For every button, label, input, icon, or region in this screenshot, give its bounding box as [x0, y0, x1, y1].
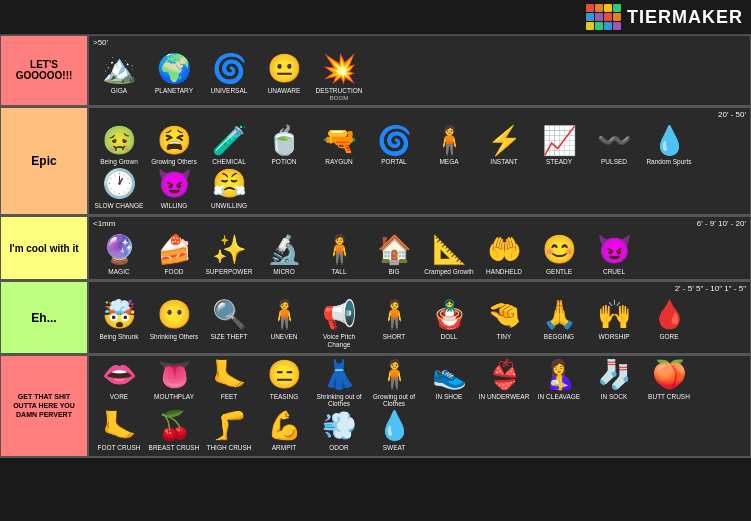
tier-content-c: 2' - 5' 5" - 10" 1" - 5" 🤯 Being Shrunk … [88, 281, 751, 353]
list-item: 😑 TEASING [258, 360, 310, 401]
list-item: 📢 Voice Pitch Change [313, 300, 365, 348]
range-b-top: <1mm [93, 219, 115, 228]
items-b: 🔮 MAGIC 🍰 FOOD ✨ SUPERPOWER 🔬 MICRO [93, 235, 746, 276]
list-item: 🪆 DOLL [423, 300, 475, 341]
list-item: 🧍 Growing out of Clothes [368, 360, 420, 408]
list-item: 👅 MOUTHPLAY [148, 360, 200, 401]
list-item: 😤 UNWILLING [203, 169, 255, 210]
list-item: 👙 IN UNDERWEAR [478, 360, 530, 401]
list-item: 🩸 GORE [643, 300, 695, 341]
tier-content-d: 👄 VORE 👅 MOUTHPLAY 🦶 FEET 😑 TEASING [88, 355, 751, 457]
list-item: 🏠 BIG [368, 235, 420, 276]
tier-row-a: Epic 20' - 50' 🤢 Being Grown 😫 Growing O… [0, 107, 751, 216]
tier-row-c: Eh... 2' - 5' 5" - 10" 1" - 5" 🤯 Being S… [0, 281, 751, 354]
list-item: 🧦 IN SOCK [588, 360, 640, 401]
list-item: 😈 CRUEL [588, 235, 640, 276]
list-item: 💧 SWEAT [368, 411, 420, 452]
list-item: 🧍 SHORT [368, 300, 420, 341]
list-item: 〰️ PULSED [588, 126, 640, 167]
list-item: 🌀 PORTAL [368, 126, 420, 167]
list-item: 🍑 BUTT CRUSH [643, 360, 695, 401]
list-item: 🔮 MAGIC [93, 235, 145, 276]
list-item: 😐 UNAWARE [258, 54, 310, 95]
logo-text: TiERMAKER [627, 7, 743, 28]
range-s: >50' [93, 38, 108, 47]
list-item: 🤯 Being Shrunk [93, 300, 145, 341]
list-item: 😊 GENTLE [533, 235, 585, 276]
tiermaker-logo: TiERMAKER [586, 4, 743, 30]
list-item: 🌀 UNIVERSAL [203, 54, 255, 95]
tier-label-s: LET'S GOOOOO!!! [0, 35, 88, 106]
list-item: 🤢 Being Grown [93, 126, 145, 167]
tier-content-a: 20' - 50' 🤢 Being Grown 😫 Growing Others… [88, 107, 751, 215]
list-item: 🤱 IN CLEAVAGE [533, 360, 585, 401]
list-item: 🙏 BEGGING [533, 300, 585, 341]
list-item: 💨 ODOR [313, 411, 365, 452]
tier-row-s: LET'S GOOOOO!!! >50' 🏔️ GIGA 🌍 PLANETARY… [0, 35, 751, 107]
list-item: 🍰 FOOD [148, 235, 200, 276]
items-d: 👄 VORE 👅 MOUTHPLAY 🦶 FEET 😑 TEASING [93, 360, 746, 452]
logo-grid [586, 4, 621, 30]
list-item: 🔍 SIZE THEFT [203, 300, 255, 341]
list-item: 😶 Shrinking Others [148, 300, 200, 341]
list-item: 😈 WILLING [148, 169, 200, 210]
list-item: 💪 ARMPIT [258, 411, 310, 452]
list-item: ⚡ INSTANT [478, 126, 530, 167]
tier-label-b: I'm cool with it [0, 216, 88, 281]
list-item: 📈 STEADY [533, 126, 585, 167]
list-item: 🔫 RAYGUN [313, 126, 365, 167]
list-item: 🦵 THIGH CRUSH [203, 411, 255, 452]
list-item: 🙌 WORSHIP [588, 300, 640, 341]
tier-label-d: GET THAT SHIT OUTTA HERE YOU DAMN PERVER… [0, 355, 88, 457]
range-c: 2' - 5' 5" - 10" 1" - 5" [675, 284, 746, 293]
range-b-bottom: 6' - 9' 10' - 20' [697, 219, 746, 228]
range-a: 20' - 50' [718, 110, 746, 119]
tier-table: LET'S GOOOOO!!! >50' 🏔️ GIGA 🌍 PLANETARY… [0, 35, 751, 458]
list-item: 😫 Growing Others [148, 126, 200, 167]
tier-label-a: Epic [0, 107, 88, 215]
list-item: 🤏 TINY [478, 300, 530, 341]
header: TiERMAKER [0, 0, 751, 35]
list-item: 📐 Cramped Growth [423, 235, 475, 276]
list-item: ✨ SUPERPOWER [203, 235, 255, 276]
list-item: 🦶 FOOT CRUSH [93, 411, 145, 452]
list-item: 🍒 BREAST CRUSH [148, 411, 200, 452]
list-item: 🕐 SLOW CHANGE [93, 169, 145, 210]
items-s: 🏔️ GIGA 🌍 PLANETARY 🌀 UNIVERSAL 😐 UNAWAR… [93, 54, 746, 101]
list-item: 🌍 PLANETARY [148, 54, 200, 95]
list-item: 👄 VORE [93, 360, 145, 401]
list-item: 🧍 TALL [313, 235, 365, 276]
tier-row-b: I'm cool with it <1mm 6' - 9' 10' - 20' … [0, 216, 751, 282]
tier-content-b: <1mm 6' - 9' 10' - 20' 🔮 MAGIC 🍰 FOOD ✨ … [88, 216, 751, 281]
list-item: 👗 Shrinking out of Clothes [313, 360, 365, 408]
tier-row-d: GET THAT SHIT OUTTA HERE YOU DAMN PERVER… [0, 355, 751, 458]
list-item: 🤲 HANDHELD [478, 235, 530, 276]
list-item: 💥 DESTRUCTION BOOM [313, 54, 365, 101]
list-item: 🏔️ GIGA [93, 54, 145, 95]
list-item: 🔬 MICRO [258, 235, 310, 276]
list-item: 🧍 UNEVEN [258, 300, 310, 341]
list-item: 💧 Random Spurts [643, 126, 695, 167]
list-item: 🦶 FEET [203, 360, 255, 401]
list-item: 🧍 MEGA [423, 126, 475, 167]
list-item: 👟 IN SHOE [423, 360, 475, 401]
list-item: 🧪 CHEMICAL [203, 126, 255, 167]
tier-content-s: >50' 🏔️ GIGA 🌍 PLANETARY 🌀 UNIVERSAL [88, 35, 751, 106]
items-a: 🤢 Being Grown 😫 Growing Others 🧪 CHEMICA… [93, 126, 746, 210]
app-container: TiERMAKER LET'S GOOOOO!!! >50' 🏔️ GIGA 🌍 [0, 0, 751, 458]
list-item: 🍵 POTION [258, 126, 310, 167]
items-c: 🤯 Being Shrunk 😶 Shrinking Others 🔍 SIZE… [93, 300, 746, 348]
tier-label-c: Eh... [0, 281, 88, 353]
